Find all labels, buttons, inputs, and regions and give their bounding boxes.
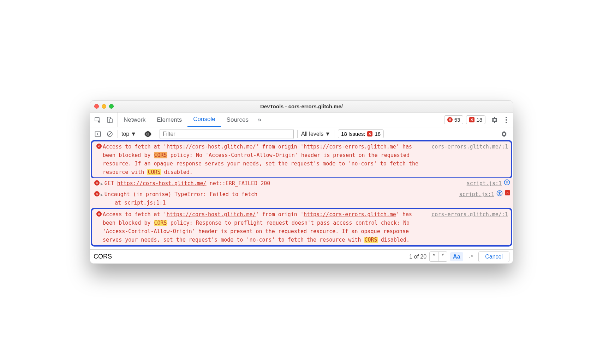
titlebar: DevTools - cors-errors.glitch.me/	[90, 101, 513, 113]
message-text: Access to fetch at 'https://cors-host.gl…	[103, 142, 428, 176]
chevron-down-icon: ▼	[131, 131, 136, 137]
console-messages: ✕Access to fetch at 'https://cors-host.g…	[90, 140, 513, 247]
close-window-button[interactable]	[94, 104, 99, 109]
filter-input[interactable]	[160, 129, 294, 139]
more-options-icon[interactable]	[503, 116, 509, 123]
message-text: GET https://cors-host.glitch.me/ net::ER…	[101, 179, 463, 188]
source-link[interactable]: cors-errors.glitch.me/:1	[428, 210, 508, 244]
link[interactable]: https://cors-host.glitch.me/	[117, 180, 207, 187]
more-tabs-button[interactable]: »	[254, 113, 265, 127]
regex-button[interactable]: .*	[466, 253, 476, 261]
tab-elements[interactable]: Elements	[151, 113, 187, 127]
window-title: DevTools - cors-errors.glitch.me/	[94, 103, 509, 109]
tab-network[interactable]: Network	[118, 113, 151, 127]
source-link[interactable]: script.js:1	[463, 179, 502, 188]
refresh-icon[interactable]	[496, 190, 503, 196]
svg-line-8	[108, 132, 112, 136]
console-row[interactable]: ✕Uncaught (in promise) TypeError: Failed…	[90, 189, 513, 208]
error-icon: ✕	[94, 180, 100, 186]
message-text: Uncaught (in promise) TypeError: Failed …	[101, 190, 456, 207]
log-levels-selector[interactable]: All levels▼	[301, 131, 330, 137]
console-toolbar: top▼ All levels▼ 18 Issues: ✕ 18	[90, 127, 513, 141]
source-link[interactable]: cors-errors.glitch.me/:1	[428, 142, 508, 176]
search-input[interactable]	[94, 253, 406, 260]
live-expression-icon[interactable]	[144, 130, 152, 138]
error-count-badge[interactable]: ✕ 53	[444, 115, 464, 124]
console-row[interactable]: ✕Access to fetch at 'https://cors-host.g…	[91, 208, 512, 247]
svg-point-5	[506, 122, 507, 123]
devtools-window: DevTools - cors-errors.glitch.me/ Networ…	[90, 100, 513, 264]
link[interactable]: script.js:1:1	[124, 200, 166, 206]
issue-icon[interactable]: ✕	[505, 190, 510, 195]
search-next-button[interactable]: ˅	[438, 252, 447, 261]
issues-button[interactable]: 18 Issues: ✕ 18	[338, 129, 384, 138]
minimize-window-button[interactable]	[102, 104, 106, 109]
console-row[interactable]: ✕GET https://cors-host.glitch.me/ net::E…	[90, 178, 513, 189]
svg-rect-0	[95, 117, 99, 121]
error-icon: ✕	[447, 117, 453, 122]
message-text: Access to fetch at 'https://cors-host.gl…	[103, 210, 428, 244]
svg-point-9	[147, 133, 149, 135]
error-count: 53	[454, 117, 460, 123]
issue-icon: ✕	[367, 131, 372, 136]
search-nav: ˄ ˅	[429, 251, 447, 262]
console-settings-icon[interactable]	[498, 131, 509, 138]
issues-count-badge[interactable]: ✕ 18	[466, 115, 485, 124]
context-selector[interactable]: top▼	[121, 131, 136, 137]
issue-icon: ✕	[469, 117, 474, 122]
svg-point-3	[506, 117, 507, 118]
link[interactable]: https://cors-host.glitch.me/	[167, 144, 256, 150]
search-prev-button[interactable]: ˄	[430, 252, 438, 261]
chevron-down-icon: ▼	[325, 131, 330, 137]
error-icon: ✕	[96, 144, 102, 149]
window-controls	[94, 104, 114, 109]
link[interactable]: https://cors-errors.glitch.me	[304, 144, 396, 150]
cancel-button[interactable]: Cancel	[478, 251, 509, 262]
error-icon: ✕	[96, 211, 102, 217]
clear-console-icon[interactable]	[106, 130, 114, 138]
tab-console[interactable]: Console	[187, 113, 221, 127]
main-tabs: Network Elements Console Sources » ✕ 53 …	[90, 113, 513, 127]
svg-point-4	[506, 119, 507, 121]
console-row[interactable]: ✕Access to fetch at 'https://cors-host.g…	[91, 140, 512, 179]
link[interactable]: https://cors-host.glitch.me/	[167, 211, 256, 218]
zoom-window-button[interactable]	[109, 104, 114, 109]
issues-count: 18	[476, 117, 482, 123]
tab-sources[interactable]: Sources	[221, 113, 254, 127]
settings-gear-icon[interactable]	[488, 116, 500, 124]
search-count: 1 of 20	[409, 254, 426, 260]
toggle-device-icon[interactable]	[106, 116, 114, 124]
device-toolbar	[90, 113, 118, 127]
refresh-icon[interactable]	[504, 179, 510, 186]
error-icon: ✕	[94, 191, 100, 196]
svg-rect-2	[110, 119, 112, 123]
search-bar: 1 of 20 ˄ ˅ Aa .* Cancel	[90, 249, 513, 263]
toggle-sidebar-icon[interactable]	[94, 130, 102, 138]
inspect-element-icon[interactable]	[94, 116, 102, 124]
source-link[interactable]: script.js:1	[456, 190, 494, 207]
match-case-button[interactable]: Aa	[450, 252, 463, 261]
link[interactable]: https://cors-errors.glitch.me	[304, 211, 396, 218]
